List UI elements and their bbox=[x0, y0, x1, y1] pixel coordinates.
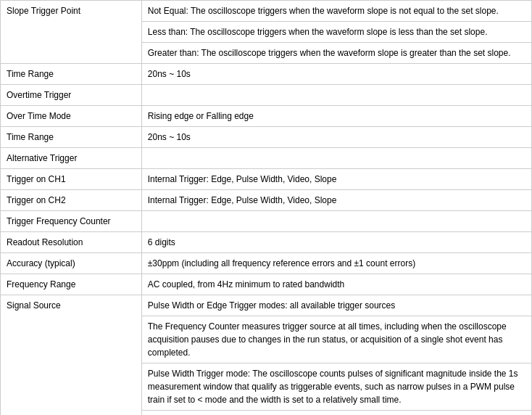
row-label: Signal Source bbox=[1, 295, 142, 416]
table-row: Readout Resolution6 digits bbox=[1, 232, 532, 253]
row-value: Rising edge or Falling edge bbox=[141, 106, 531, 127]
row-value: 20ns ~ 10s bbox=[141, 127, 531, 148]
row-label: Readout Resolution bbox=[1, 232, 142, 253]
row-value: Internal Trigger: Edge, Pulse Width, Vid… bbox=[141, 169, 531, 190]
row-value bbox=[141, 211, 531, 232]
table-row: Signal SourcePulse Width or Edge Trigger… bbox=[1, 295, 532, 316]
table-row: Frequency RangeAC coupled, from 4Hz mini… bbox=[1, 274, 532, 295]
table-row: Time Range20ns ~ 10s bbox=[1, 64, 532, 85]
row-label: Alternative Trigger bbox=[1, 148, 142, 169]
row-label: Trigger on CH1 bbox=[1, 169, 142, 190]
row-label: Accuracy (typical) bbox=[1, 253, 142, 274]
row-label: Overtime Trigger bbox=[1, 85, 142, 106]
row-label: Trigger Frequency Counter bbox=[1, 211, 142, 232]
row-value: The Frequency Counter measures trigger s… bbox=[141, 316, 531, 363]
table-row: Trigger Frequency Counter bbox=[1, 211, 532, 232]
table-row: Accuracy (typical)±30ppm (including all … bbox=[1, 253, 532, 274]
row-value: AC coupled, from 4Hz minimum to rated ba… bbox=[141, 274, 531, 295]
table-row: Over Time ModeRising edge or Falling edg… bbox=[1, 106, 532, 127]
table-row: Slope Trigger PointNot Equal: The oscill… bbox=[1, 1, 532, 22]
row-label: Over Time Mode bbox=[1, 106, 142, 127]
row-value: Less than: The oscilloscope triggers whe… bbox=[141, 22, 531, 43]
row-value: Not Equal: The oscilloscope triggers whe… bbox=[141, 1, 531, 22]
row-label: Time Range bbox=[1, 127, 142, 148]
row-value bbox=[141, 85, 531, 106]
row-value: Pulse Width or Edge Trigger modes: all a… bbox=[141, 295, 531, 316]
row-value: Edge Trigger mode: The oscilloscope coun… bbox=[141, 411, 531, 416]
row-value: Internal Trigger: Edge, Pulse Width, Vid… bbox=[141, 190, 531, 211]
table-row: Time Range20ns ~ 10s bbox=[1, 127, 532, 148]
row-value: Pulse Width Trigger mode: The oscillosco… bbox=[141, 363, 531, 411]
table-row: Overtime Trigger bbox=[1, 85, 532, 106]
row-value: 6 digits bbox=[141, 232, 531, 253]
spec-table: Slope Trigger PointNot Equal: The oscill… bbox=[0, 0, 532, 415]
row-value: 20ns ~ 10s bbox=[141, 64, 531, 85]
row-value bbox=[141, 148, 531, 169]
row-label: Slope Trigger Point bbox=[1, 1, 142, 64]
table-row: Trigger on CH1Internal Trigger: Edge, Pu… bbox=[1, 169, 532, 190]
row-label: Trigger on CH2 bbox=[1, 190, 142, 211]
table-row: Alternative Trigger bbox=[1, 148, 532, 169]
row-value: Greater than: The oscilloscope triggers … bbox=[141, 43, 531, 64]
table-row: Trigger on CH2Internal Trigger: Edge, Pu… bbox=[1, 190, 532, 211]
row-label: Frequency Range bbox=[1, 274, 142, 295]
row-value: ±30ppm (including all frequency referenc… bbox=[141, 253, 531, 274]
row-label: Time Range bbox=[1, 64, 142, 85]
